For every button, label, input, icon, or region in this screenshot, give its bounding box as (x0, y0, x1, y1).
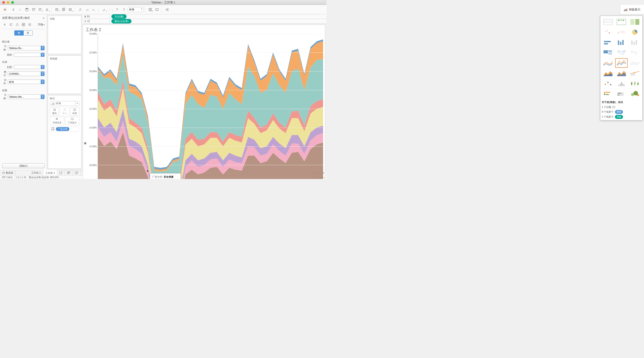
font-input[interactable] (8, 46, 41, 50)
new-worksheet-icon[interactable]: ▾ (54, 7, 60, 12)
svg-rect-22 (94, 10, 95, 11)
refresh-button[interactable]: ▾ (37, 7, 44, 12)
svg-point-48 (55, 109, 56, 109)
mark-detail[interactable]: 详细信息 (50, 117, 64, 125)
label-font: 字体: (2, 45, 6, 51)
text-label-icon[interactable]: T (114, 7, 120, 12)
label-align: 对齐: (2, 78, 6, 85)
gridline (98, 71, 323, 71)
area-chart (98, 34, 323, 179)
datasource-icon (2, 172, 5, 174)
svg-text:+: + (77, 171, 78, 173)
forward-button[interactable] (17, 7, 23, 12)
columns-pill[interactable]: 天(日期) (111, 14, 126, 19)
mark-color[interactable]: 颜色 (50, 107, 59, 116)
svg-point-49 (54, 110, 54, 111)
align-input[interactable] (8, 79, 41, 84)
new-story-tab[interactable]: + (73, 170, 81, 175)
svg-rect-57 (56, 119, 56, 120)
chevron-down-icon[interactable]: ▼ (75, 101, 79, 106)
sort-asc-icon[interactable] (84, 7, 90, 12)
format-panel: 设置 聚合(点击率) 格式 × A 字段 ▾ 轴 区 默认值 字体: ▲▼ 阴影… (0, 14, 47, 170)
numbers-input[interactable] (8, 71, 41, 76)
font-stepper[interactable]: ▲▼ (41, 46, 44, 50)
format-lines-icon[interactable] (27, 22, 32, 27)
tab-worksheet-1[interactable]: 工作表 1 (29, 170, 43, 175)
tableau-logo-icon[interactable] (2, 7, 8, 12)
y-tick: 10.00% (88, 164, 97, 166)
marks-color-pill[interactable]: 广告分组 (50, 126, 80, 132)
clear-button[interactable]: 清除(C) (2, 163, 44, 168)
chart-tooltip: 广告分组:安全便捷 日(日期):2017年7月8日 点击率:0.16% (150, 173, 181, 179)
section-defaults: 默认值 (2, 40, 44, 43)
ticks-input[interactable] (14, 65, 41, 69)
chart-plot[interactable]: 广告分组:安全便捷 日(日期):2017年7月8日 点击率:0.16% (98, 34, 323, 179)
align-stepper[interactable]: ▲▼ (41, 79, 44, 84)
numbers-stepper[interactable]: ▲▼ (41, 71, 44, 76)
svg-point-6 (32, 8, 35, 9)
svg-point-29 (166, 9, 166, 10)
y-axis-label: 点击率 (83, 34, 88, 179)
sort-desc-icon[interactable] (91, 7, 97, 12)
label-icon: T (73, 108, 76, 111)
tab-pane[interactable]: 区 (24, 30, 33, 35)
shade-color[interactable] (14, 53, 41, 57)
pages-card[interactable]: 页面 (48, 16, 82, 54)
svg-line-33 (166, 10, 168, 10)
format-align-icon[interactable] (8, 22, 14, 27)
back-button[interactable] (10, 7, 16, 12)
new-dashboard-tab[interactable]: + (65, 170, 73, 175)
mark-type-select[interactable]: 区域 ▼ (50, 101, 80, 106)
shade-stepper[interactable]: ▲▼ (41, 53, 44, 57)
filters-card[interactable]: 筛选器 (48, 55, 82, 94)
duplicate-sheet-icon[interactable] (60, 7, 67, 12)
new-datasource-button[interactable]: + (30, 7, 37, 12)
close-format-icon[interactable]: × (43, 16, 44, 20)
tab-worksheet-2[interactable]: 工作表 2 (43, 170, 57, 175)
window-titlebar: Tableau - 工作簿 1 (0, 0, 326, 5)
font2-input[interactable] (8, 94, 41, 99)
mark-size[interactable]: 大小 (60, 107, 69, 116)
rows-icon: ≡ (84, 20, 86, 23)
tab-datasource[interactable]: 数据源 (0, 170, 16, 175)
svg-rect-9 (56, 8, 58, 11)
cards-icon[interactable]: ▾ (147, 7, 154, 12)
gridline (98, 52, 323, 53)
y-tick: 16.00% (88, 108, 97, 110)
field-dropdown[interactable]: 字段 ▾ (38, 23, 44, 26)
ticks-stepper[interactable]: ▲▼ (41, 65, 44, 69)
presentation-icon[interactable] (154, 7, 160, 12)
new-story-icon: + (75, 171, 78, 175)
columns-shelf[interactable]: iii列 天(日期) (83, 14, 326, 19)
rows-shelf[interactable]: ≡行 聚合(点击率) (83, 19, 326, 24)
status-marks: 370 个标记 (2, 176, 13, 179)
sheet-title[interactable]: 工作表 2 (83, 25, 325, 34)
format-borders-icon[interactable] (21, 22, 26, 27)
new-worksheet-tab[interactable]: + (57, 170, 65, 175)
svg-rect-25 (150, 8, 152, 11)
y-tick: 18.00% (88, 89, 97, 91)
svg-rect-17 (86, 10, 86, 11)
font2-stepper[interactable]: ▲▼ (41, 94, 44, 99)
mark-label[interactable]: T标签 (70, 107, 80, 116)
gridline (98, 90, 323, 90)
autoupdate-button[interactable]: ▾ (44, 7, 50, 12)
svg-line-32 (166, 9, 168, 9)
mark-tooltip[interactable]: 工具提示 (65, 117, 80, 125)
y-axis-ticks: 0.00%2.00%4.00%6.00%8.00%10.00%12.00%14.… (88, 34, 98, 179)
fit-select[interactable] (128, 7, 143, 12)
format-shading-icon[interactable] (15, 22, 20, 27)
group-icon[interactable]: ▾ (108, 7, 114, 12)
fit-select-input[interactable] (128, 7, 143, 12)
share-icon[interactable] (164, 7, 170, 12)
svg-rect-126 (68, 173, 69, 174)
pin-icon[interactable] (121, 7, 127, 12)
format-font-icon[interactable]: A (2, 22, 7, 27)
rows-pill[interactable]: 聚合(点击率) (111, 19, 132, 23)
save-button[interactable] (24, 7, 30, 12)
tab-axis[interactable]: 轴 (14, 30, 24, 35)
swap-icon[interactable] (77, 7, 84, 12)
color-dots-icon (52, 127, 54, 130)
highlight-icon[interactable]: ▾ (101, 7, 107, 12)
clear-sheet-icon[interactable]: ▾ (67, 7, 74, 12)
